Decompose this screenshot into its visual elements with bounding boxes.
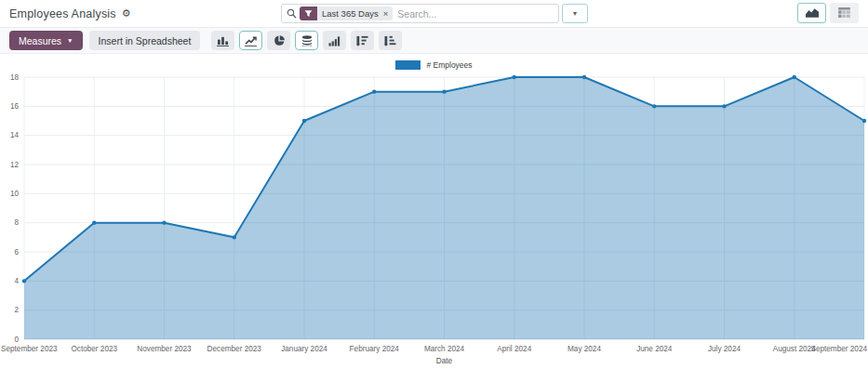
gear-icon[interactable]: ⚙ (122, 8, 131, 19)
chart-point[interactable] (513, 75, 516, 79)
legend-swatch (395, 60, 421, 70)
chart-point[interactable] (582, 75, 586, 79)
search-input[interactable] (397, 8, 554, 20)
chart-point[interactable] (233, 235, 236, 239)
y-tick-label: 4 (14, 277, 19, 285)
view-button-graph[interactable] (797, 3, 826, 23)
y-tick-label: 2 (14, 306, 19, 314)
x-tick-label: December 2023 (207, 345, 262, 353)
cumulative-button[interactable] (323, 31, 346, 50)
bar-chart-button[interactable] (211, 31, 234, 50)
chart-point[interactable] (793, 75, 796, 79)
y-tick-label: 18 (10, 73, 20, 82)
database-stack-icon (301, 35, 313, 46)
y-tick-label: 10 (10, 190, 20, 198)
chevron-down-icon: ▼ (572, 10, 579, 17)
area-chart-icon (806, 5, 819, 21)
pie-chart-icon (274, 35, 285, 46)
chart-point[interactable] (722, 104, 726, 108)
x-tick-label: March 2024 (424, 345, 465, 353)
breadcrumb: Employees Analysis ⚙ (9, 7, 131, 20)
insert-in-spreadsheet-button[interactable]: Insert in Spreadsheet (89, 31, 201, 50)
y-tick-label: 0 (14, 336, 19, 344)
stacked-button[interactable] (295, 31, 318, 50)
search-field[interactable]: Last 365 Days × (281, 4, 559, 23)
line-chart-button[interactable] (239, 31, 262, 50)
pie-chart-button[interactable] (267, 31, 290, 50)
filter-icon (300, 7, 317, 20)
x-tick-label: August 2024 (773, 345, 816, 353)
sort-descending-button[interactable] (351, 31, 374, 50)
chart-zone: # Employees 024681012141618September 202… (0, 54, 868, 378)
y-tick-label: 14 (10, 131, 20, 139)
line-chart-icon (245, 35, 257, 46)
top-bar: Employees Analysis ⚙ Last 365 Days × ▼ (0, 0, 868, 27)
chart-legend[interactable]: # Employees (0, 59, 868, 72)
x-tick-label: October 2023 (71, 345, 117, 353)
x-tick-label: February 2024 (350, 345, 400, 353)
x-tick-label: September 2024 (810, 345, 867, 353)
search-bar: Last 365 Days × ▼ (281, 4, 588, 23)
y-tick-label: 8 (14, 218, 19, 227)
chevron-down-icon: ▼ (67, 37, 73, 44)
chart-point[interactable] (442, 89, 446, 93)
x-tick-label: July 2024 (708, 345, 741, 353)
view-switcher (797, 3, 859, 23)
page-title: Employees Analysis (9, 7, 116, 20)
sort-ascending-button[interactable] (379, 31, 402, 50)
pivot-table-icon (838, 5, 850, 21)
measures-button[interactable]: Measures ▼ (9, 31, 83, 50)
graph-toolbar: Measures ▼ Insert in Spreadsheet (0, 27, 868, 54)
chart-type-buttons (211, 31, 402, 50)
x-tick-label: January 2024 (281, 345, 327, 353)
chart-point[interactable] (652, 104, 656, 108)
y-tick-label: 12 (10, 161, 20, 169)
y-tick-label: 6 (14, 248, 19, 257)
employees-line-chart[interactable]: 024681012141618September 2023October 202… (0, 72, 868, 378)
x-tick-label: November 2023 (137, 345, 192, 353)
chart-point[interactable] (862, 119, 866, 123)
chart-point[interactable] (162, 220, 166, 224)
search-facet[interactable]: Last 365 Days × (300, 7, 393, 20)
bar-chart-icon (217, 35, 229, 46)
view-button-pivot[interactable] (830, 3, 859, 23)
facet-label: Last 365 Days (322, 8, 379, 19)
chart-point[interactable] (302, 119, 306, 123)
search-dropdown-toggle[interactable]: ▼ (562, 4, 588, 23)
search-icon (287, 8, 297, 19)
x-tick-label: April 2024 (497, 345, 531, 353)
chart-point[interactable] (22, 279, 26, 283)
facet-remove-icon[interactable]: × (383, 9, 389, 19)
legend-label: # Employees (426, 60, 472, 70)
x-tick-label: September 2023 (1, 345, 58, 353)
chart-point[interactable] (92, 220, 96, 224)
x-tick-label: May 2024 (568, 345, 601, 353)
chart-area-fill (24, 77, 864, 339)
x-tick-label: June 2024 (636, 345, 673, 353)
sort-descending-icon (356, 35, 368, 46)
y-tick-label: 16 (10, 102, 20, 111)
x-axis-title: Date (436, 357, 453, 365)
ascending-bars-icon (328, 35, 341, 46)
chart-point[interactable] (372, 89, 376, 93)
sort-ascending-icon (384, 35, 396, 46)
